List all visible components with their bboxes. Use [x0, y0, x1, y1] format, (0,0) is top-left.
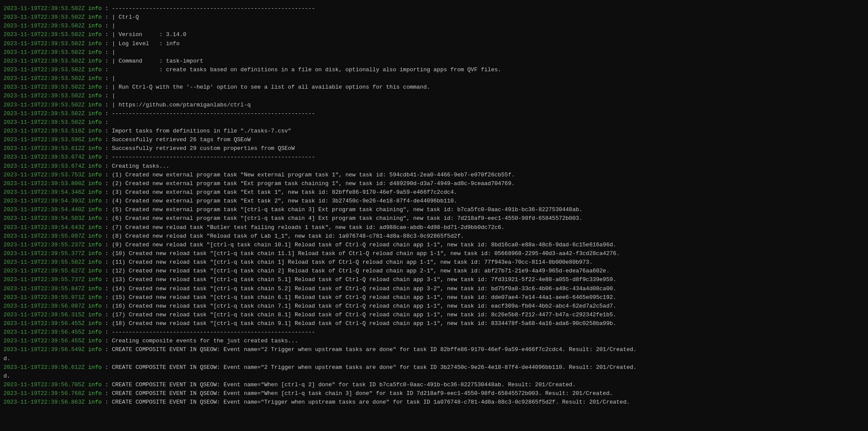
log-message: : (9) Created new reload task "[ctrl-q t… [105, 241, 616, 249]
timestamp: 2023-11-19T22:39:53.753Z [3, 171, 88, 179]
log-level: info [88, 381, 105, 389]
log-level: info [88, 258, 105, 267]
log-line: 2023-11-19T22:39:53.502Z info : : create… [0, 66, 868, 74]
log-message: : Import tasks from definitions in file … [105, 127, 291, 136]
timestamp: 2023-11-19T22:39:53.518Z [3, 127, 88, 136]
log-line: 2023-11-19T22:39:56.863Z info : CREATE C… [0, 398, 868, 407]
timestamp: 2023-11-19T22:39:55.502Z [3, 258, 88, 267]
log-level: info [88, 92, 105, 100]
log-level: info [88, 13, 105, 22]
log-message: : | Command : task-import [105, 57, 203, 66]
log-message: : CREATE COMPOSITE EVENT IN QSEOW: Event… [105, 345, 637, 354]
log-level: info [88, 136, 105, 144]
timestamp: 2023-11-19T22:39:56.705Z [3, 381, 88, 389]
log-message: : (10) Created new reload task "[ctrl-q … [105, 249, 620, 258]
log-line: 2023-11-19T22:39:53.502Z info : [0, 118, 868, 127]
log-line: 2023-11-19T22:39:53.753Z info : (1) Crea… [0, 171, 868, 179]
log-message: : (4) Created new external program task … [105, 197, 457, 206]
timestamp: 2023-11-19T22:39:55.097Z [3, 232, 88, 241]
log-line: 2023-11-19T22:39:56.097Z info : (16) Cre… [0, 302, 868, 311]
timestamp: 2023-11-19T22:39:53.502Z [3, 66, 88, 74]
timestamp: 2023-11-19T22:39:55.737Z [3, 275, 88, 284]
log-message: : | [105, 92, 115, 100]
log-line: 2023-11-19T22:39:53.518Z info : Import t… [0, 127, 868, 136]
timestamp: 2023-11-19T22:39:53.612Z [3, 144, 88, 153]
log-level: info [88, 171, 105, 179]
log-line: 2023-11-19T22:39:56.455Z info : Creating… [0, 337, 868, 345]
log-line: 2023-11-19T22:39:54.346Z info : (3) Crea… [0, 188, 868, 197]
timestamp: 2023-11-19T22:39:53.502Z [3, 48, 88, 57]
log-line: d. [0, 355, 868, 363]
log-message: : (15) Created new reload task "[ctrl-q … [105, 293, 616, 302]
log-message: : --------------------------------------… [105, 328, 315, 337]
log-level: info [88, 285, 105, 293]
log-message: : (1) Created new external program task … [105, 171, 515, 179]
log-message: : Successfully retrieved 29 custom prope… [105, 144, 295, 153]
log-level: info [88, 267, 105, 275]
log-message: : | [105, 48, 115, 57]
timestamp: 2023-11-19T22:39:56.612Z [3, 363, 88, 372]
terminal-output: 2023-11-19T22:39:53.502Z info : --------… [0, 3, 868, 408]
log-line: 2023-11-19T22:39:56.705Z info : CREATE C… [0, 381, 868, 389]
log-message: : | [105, 22, 115, 30]
timestamp: 2023-11-19T22:39:53.502Z [3, 4, 88, 13]
timestamp: 2023-11-19T22:39:55.377Z [3, 249, 88, 258]
log-level: info [88, 22, 105, 30]
timestamp: 2023-11-19T22:39:53.502Z [3, 57, 88, 66]
log-level: info [88, 109, 105, 118]
log-message: : | Run Ctrl-Q with the '--help' option … [105, 83, 430, 92]
log-message: : Creating tasks... [105, 162, 169, 171]
log-line: 2023-11-19T22:39:55.737Z info : (13) Cre… [0, 275, 868, 284]
log-level: info [88, 363, 105, 372]
log-line: 2023-11-19T22:39:53.502Z info : --------… [0, 109, 868, 118]
log-line: 2023-11-19T22:39:54.440Z info : (5) Crea… [0, 206, 868, 214]
log-line: 2023-11-19T22:39:53.502Z info : | [0, 74, 868, 83]
timestamp: 2023-11-19T22:39:56.455Z [3, 328, 88, 337]
log-message: : (14) Created new reload task "[ctrl-q … [105, 285, 616, 293]
timestamp: 2023-11-19T22:39:53.502Z [3, 30, 88, 39]
timestamp: 2023-11-19T22:39:54.643Z [3, 223, 88, 232]
log-message: : --------------------------------------… [105, 109, 315, 118]
timestamp: 2023-11-19T22:39:53.674Z [3, 153, 88, 162]
timestamp: 2023-11-19T22:39:55.627Z [3, 267, 88, 275]
log-line: 2023-11-19T22:39:54.503Z info : (6) Crea… [0, 214, 868, 223]
log-message: : | https://github.com/ptarmiganlabs/ctr… [105, 101, 250, 109]
log-level: info [88, 4, 105, 13]
log-message-continuation: d. [3, 372, 10, 381]
log-line: 2023-11-19T22:39:53.502Z info : | Ctrl-Q [0, 13, 868, 22]
log-message: : : create tasks based on definitions in… [105, 66, 501, 74]
log-level: info [88, 179, 105, 188]
log-message: : --------------------------------------… [105, 153, 315, 162]
log-level: info [88, 232, 105, 241]
timestamp: 2023-11-19T22:39:56.549Z [3, 345, 88, 354]
log-line: 2023-11-19T22:39:56.315Z info : (17) Cre… [0, 311, 868, 319]
log-message: : CREATE COMPOSITE EVENT IN QSEOW: Event… [105, 363, 637, 372]
log-line: 2023-11-19T22:39:53.502Z info : | Versio… [0, 30, 868, 39]
log-line: 2023-11-19T22:39:53.612Z info : Successf… [0, 144, 868, 153]
log-message: : | Version : 3.14.0 [105, 30, 186, 39]
log-message: : Creating composite events for the just… [105, 337, 298, 345]
log-message: : --------------------------------------… [105, 4, 315, 13]
log-level: info [88, 153, 105, 162]
log-message: : (16) Created new reload task "[ctrl-q … [105, 302, 616, 311]
log-message: : (13) Created new reload task "[ctrl-q … [105, 275, 616, 284]
log-level: info [88, 345, 105, 354]
timestamp: 2023-11-19T22:39:53.502Z [3, 74, 88, 83]
log-level: info [88, 398, 105, 407]
log-level: info [88, 389, 105, 398]
timestamp: 2023-11-19T22:39:56.097Z [3, 302, 88, 311]
log-message: : CREATE COMPOSITE EVENT IN QSEOW: Event… [105, 381, 575, 389]
log-level: info [88, 328, 105, 337]
timestamp: 2023-11-19T22:39:53.596Z [3, 136, 88, 144]
log-level: info [88, 311, 105, 319]
timestamp: 2023-11-19T22:39:55.971Z [3, 293, 88, 302]
log-level: info [88, 302, 105, 311]
log-level: info [88, 275, 105, 284]
log-line: 2023-11-19T22:39:55.627Z info : (12) Cre… [0, 267, 868, 275]
timestamp: 2023-11-19T22:39:55.847Z [3, 285, 88, 293]
log-level: info [88, 337, 105, 345]
timestamp: 2023-11-19T22:39:54.503Z [3, 214, 88, 223]
log-level: info [88, 241, 105, 249]
timestamp: 2023-11-19T22:39:54.346Z [3, 188, 88, 197]
log-line: 2023-11-19T22:39:56.549Z info : CREATE C… [0, 345, 868, 354]
